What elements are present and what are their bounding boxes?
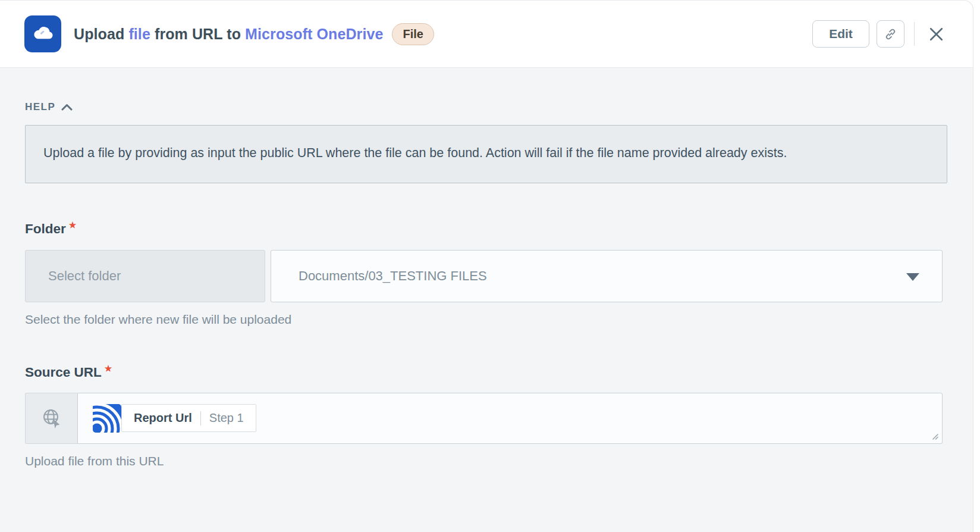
header-divider: [914, 22, 915, 46]
title-service-name: Microsoft OneDrive: [245, 26, 383, 42]
select-folder-button[interactable]: Select folder: [25, 250, 265, 302]
source-url-helper-text: Upload file from this URL: [25, 454, 946, 468]
step-title: Upload file from URL to Microsoft OneDri…: [74, 23, 812, 45]
folder-field-row: Select folder Documents/03_TESTING FILES: [25, 250, 943, 302]
required-marker: ★: [105, 364, 112, 373]
title-input-kind: file: [128, 26, 150, 42]
token-property-name: Report Url: [134, 411, 192, 425]
title-text: from URL to: [155, 26, 241, 42]
required-marker: ★: [69, 220, 77, 230]
url-type-prefix[interactable]: [25, 393, 77, 444]
resize-handle[interactable]: [929, 431, 939, 440]
folder-field-label: Folder★: [25, 220, 946, 237]
token-chip[interactable]: Report Url Step 1: [121, 404, 256, 432]
source-url-field-label: Source URL★: [25, 364, 946, 380]
chevron-up-icon: [61, 104, 73, 111]
dropdown-caret-icon: [906, 273, 919, 281]
mapped-value-token[interactable]: Report Url Step 1: [93, 404, 256, 433]
help-label: HELP: [25, 101, 55, 113]
close-icon: [926, 24, 946, 44]
edit-button[interactable]: Edit: [812, 20, 869, 48]
folder-selected-value: Documents/03_TESTING FILES: [299, 268, 487, 284]
folder-helper-text: Select the folder where new file will be…: [25, 312, 946, 327]
source-url-input[interactable]: Report Url Step 1: [77, 393, 943, 444]
onedrive-cloud-icon: [30, 21, 56, 47]
onedrive-app-icon: [24, 15, 61, 52]
step-config-panel: Upload file from URL to Microsoft OneDri…: [0, 0, 973, 532]
token-step-reference: Step 1: [209, 411, 244, 425]
copy-link-button[interactable]: [877, 20, 904, 48]
help-description: Upload a file by providing as input the …: [25, 125, 947, 183]
panel-body: HELP Upload a file by providing as input…: [0, 68, 973, 468]
file-type-badge: File: [392, 23, 434, 45]
title-text: Upload: [74, 26, 124, 42]
source-url-input-group: Report Url Step 1: [25, 393, 943, 444]
connector-ripple-icon: [93, 404, 121, 433]
link-icon: [884, 28, 897, 40]
close-panel-button[interactable]: [923, 21, 949, 47]
globe-pointer-icon: [40, 407, 63, 430]
header-actions: Edit: [812, 20, 949, 48]
help-section-toggle[interactable]: HELP: [25, 101, 73, 113]
token-separator: [200, 411, 201, 425]
panel-header: Upload file from URL to Microsoft OneDri…: [0, 1, 973, 68]
folder-value-dropdown[interactable]: Documents/03_TESTING FILES: [271, 250, 943, 302]
